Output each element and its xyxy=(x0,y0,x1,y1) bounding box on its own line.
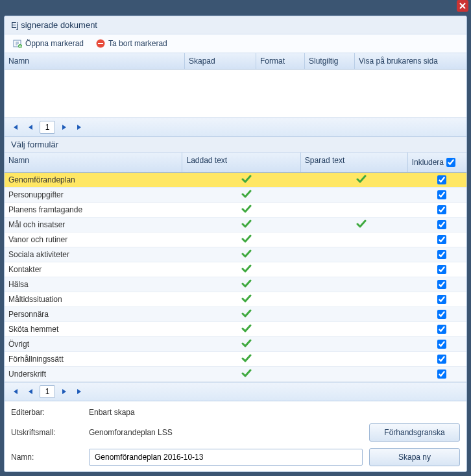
pager-prev[interactable] xyxy=(24,121,37,134)
pager2-next[interactable] xyxy=(58,385,71,398)
fcol-include-label: Inkludera xyxy=(412,158,444,167)
forms-row[interactable]: Kontakter xyxy=(5,262,466,277)
docs-grid-body xyxy=(5,69,466,118)
pager-last[interactable] xyxy=(73,121,86,134)
close-button[interactable] xyxy=(457,0,468,12)
fcol-loaded[interactable]: Laddad text xyxy=(182,153,300,172)
row-include xyxy=(416,278,466,291)
pager2-page-input[interactable] xyxy=(40,385,55,398)
include-checkbox[interactable] xyxy=(437,205,446,214)
include-checkbox[interactable] xyxy=(437,280,446,289)
pager-next[interactable] xyxy=(58,121,71,134)
row-loaded xyxy=(186,354,307,365)
forms-row[interactable]: Planens framtagande xyxy=(5,203,466,218)
row-name: Underskrift xyxy=(5,370,186,379)
create-button[interactable]: Skapa ny xyxy=(369,448,460,466)
fcol-saved[interactable]: Sparad text xyxy=(301,153,408,172)
row-name: Vanor och rutiner xyxy=(5,235,186,244)
delete-selected-button[interactable]: Ta bort markerad xyxy=(93,37,170,50)
row-loaded xyxy=(186,369,307,380)
row-name: Hälsa xyxy=(5,280,186,289)
col-created[interactable]: Skapad xyxy=(185,53,256,69)
col-final[interactable]: Slutgiltig xyxy=(305,53,355,69)
open-selected-button[interactable]: Öppna markerad xyxy=(10,37,86,50)
row-loaded xyxy=(186,324,307,335)
row-loaded xyxy=(186,264,307,275)
include-checkbox[interactable] xyxy=(437,220,446,229)
row-name: Förhållningssätt xyxy=(5,355,186,364)
include-checkbox[interactable] xyxy=(437,295,446,304)
row-saved xyxy=(307,175,416,186)
name-input[interactable] xyxy=(89,449,363,466)
include-checkbox[interactable] xyxy=(437,265,446,274)
forms-row[interactable]: Personuppgifter xyxy=(5,188,466,203)
forms-row[interactable]: Måltidssituation xyxy=(5,292,466,307)
svg-rect-3 xyxy=(98,43,103,44)
row-name: Sköta hemmet xyxy=(5,325,186,334)
open-selected-label: Öppna markerad xyxy=(25,39,84,48)
include-checkbox[interactable] xyxy=(437,340,446,349)
pager2-last[interactable] xyxy=(73,385,86,398)
row-include xyxy=(416,248,466,261)
close-icon xyxy=(459,3,466,9)
row-loaded xyxy=(186,219,307,231)
forms-row[interactable]: Övrigt xyxy=(5,337,466,352)
row-name: Mål och insatser xyxy=(5,220,186,229)
panel1-title: Ej signerade dokument xyxy=(5,16,466,34)
preview-button[interactable]: Förhandsgranska xyxy=(369,423,460,442)
row-name: Måltidssituation xyxy=(5,295,186,304)
row-loaded xyxy=(186,309,307,320)
delete-selected-label: Ta bort markerad xyxy=(108,39,167,48)
row-name: Planens framtagande xyxy=(5,205,186,214)
forms-row[interactable]: Förhållningssätt xyxy=(5,352,466,367)
include-checkbox[interactable] xyxy=(437,175,446,184)
row-loaded xyxy=(186,175,307,186)
row-loaded xyxy=(186,249,307,260)
forms-grid-header: Namn Laddad text Sparad text Inkludera xyxy=(5,153,466,173)
row-name: Kontakter xyxy=(5,265,186,274)
panel1-pager xyxy=(5,118,466,137)
forms-row[interactable]: Sköta hemmet xyxy=(5,322,466,337)
row-include xyxy=(416,173,466,186)
row-loaded xyxy=(186,279,307,290)
row-name: Sociala aktiviteter xyxy=(5,250,186,259)
pager-page-input[interactable] xyxy=(40,121,55,134)
pager2-prev[interactable] xyxy=(24,385,37,398)
include-checkbox[interactable] xyxy=(437,355,446,364)
fcol-include[interactable]: Inkludera xyxy=(408,153,466,172)
include-checkbox[interactable] xyxy=(437,235,446,244)
pager-first[interactable] xyxy=(8,121,21,134)
col-show[interactable]: Visa på brukarens sida xyxy=(355,53,466,69)
template-value: Genomforandeplan LSS xyxy=(89,428,363,437)
include-checkbox[interactable] xyxy=(437,370,446,379)
fcol-name[interactable]: Namn xyxy=(5,153,182,172)
row-include xyxy=(416,353,466,366)
editable-value: Enbart skapa xyxy=(89,408,460,417)
forms-row[interactable]: Hälsa xyxy=(5,277,466,292)
include-all-checkbox[interactable] xyxy=(446,158,455,167)
col-name[interactable]: Namn xyxy=(5,53,185,69)
forms-row[interactable]: Mål och insatser xyxy=(5,218,466,232)
name-label: Namn: xyxy=(11,453,82,462)
row-loaded xyxy=(186,190,307,201)
include-checkbox[interactable] xyxy=(437,310,446,319)
include-checkbox[interactable] xyxy=(437,190,446,199)
forms-row[interactable]: Sociala aktiviteter xyxy=(5,247,466,262)
row-loaded xyxy=(186,234,307,245)
forms-row[interactable]: Vanor och rutiner xyxy=(5,232,466,247)
panel1-toolbar: Öppna markerad Ta bort markerad xyxy=(5,34,466,53)
pager2-first[interactable] xyxy=(8,385,21,398)
col-format[interactable]: Format xyxy=(256,53,305,69)
row-include xyxy=(416,323,466,336)
include-checkbox[interactable] xyxy=(437,250,446,259)
row-include xyxy=(416,368,466,381)
row-include xyxy=(416,233,466,246)
forms-row[interactable]: Underskrift xyxy=(5,367,466,382)
include-checkbox[interactable] xyxy=(437,325,446,334)
forms-row[interactable]: Genomförandeplan xyxy=(5,173,466,188)
open-icon xyxy=(12,38,23,49)
row-include xyxy=(416,293,466,306)
forms-row[interactable]: Personnära xyxy=(5,307,466,322)
panel2-pager xyxy=(5,382,466,401)
row-include xyxy=(416,308,466,321)
